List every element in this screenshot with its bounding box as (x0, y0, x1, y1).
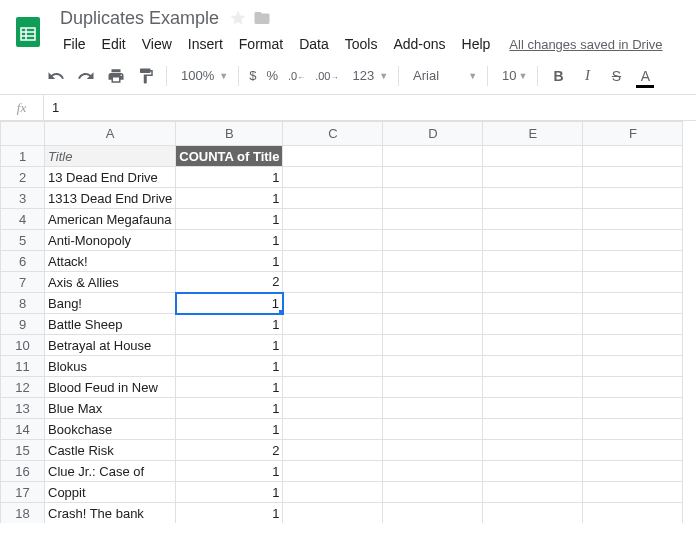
zoom-dropdown[interactable]: 100%▼ (173, 63, 232, 89)
menu-help[interactable]: Help (455, 33, 498, 55)
cell[interactable] (483, 146, 583, 167)
strikethrough-button[interactable]: S (602, 62, 630, 90)
cell[interactable] (583, 209, 683, 230)
cell[interactable] (283, 461, 383, 482)
cell[interactable] (483, 440, 583, 461)
cell-title[interactable]: Battle Sheep (45, 314, 176, 335)
cell[interactable] (483, 398, 583, 419)
cell[interactable] (383, 335, 483, 356)
cell[interactable] (283, 377, 383, 398)
menu-edit[interactable]: Edit (95, 33, 133, 55)
cell[interactable] (583, 188, 683, 209)
menu-file[interactable]: File (56, 33, 93, 55)
cell[interactable] (283, 293, 383, 314)
cell[interactable] (383, 188, 483, 209)
cell[interactable] (583, 356, 683, 377)
menu-format[interactable]: Format (232, 33, 290, 55)
cell[interactable] (583, 335, 683, 356)
cell[interactable] (483, 272, 583, 293)
number-format-dropdown[interactable]: 123▼ (344, 63, 392, 89)
cell-title[interactable]: Castle Risk (45, 440, 176, 461)
cell-title[interactable]: Betrayal at House (45, 335, 176, 356)
row-header[interactable]: 2 (1, 167, 45, 188)
cell-title[interactable]: 13 Dead End Drive (45, 167, 176, 188)
cell[interactable] (583, 440, 683, 461)
cell[interactable] (583, 482, 683, 503)
cell[interactable] (283, 272, 383, 293)
row-header[interactable]: 14 (1, 419, 45, 440)
folder-icon[interactable] (253, 9, 271, 27)
cell-title[interactable]: Bookchase (45, 419, 176, 440)
cell-count[interactable]: 1 (176, 335, 283, 356)
cell-title[interactable]: Attack! (45, 251, 176, 272)
cell[interactable] (283, 482, 383, 503)
cell[interactable] (283, 167, 383, 188)
menu-data[interactable]: Data (292, 33, 336, 55)
cell[interactable] (283, 419, 383, 440)
cell[interactable] (383, 461, 483, 482)
cell[interactable] (583, 230, 683, 251)
row-header[interactable]: 10 (1, 335, 45, 356)
cell[interactable] (583, 377, 683, 398)
row-header[interactable]: 5 (1, 230, 45, 251)
cell[interactable] (483, 314, 583, 335)
cell[interactable] (483, 209, 583, 230)
row-header[interactable]: 12 (1, 377, 45, 398)
cell[interactable] (383, 482, 483, 503)
cell[interactable] (283, 230, 383, 251)
cell[interactable] (283, 356, 383, 377)
cell[interactable] (583, 272, 683, 293)
fill-handle[interactable] (279, 310, 283, 314)
column-header-a[interactable]: A (45, 122, 176, 146)
cell[interactable] (383, 230, 483, 251)
cell[interactable] (483, 356, 583, 377)
text-color-button[interactable]: A (631, 62, 659, 90)
menu-addons[interactable]: Add-ons (386, 33, 452, 55)
formula-input[interactable] (44, 95, 696, 120)
cell[interactable] (483, 482, 583, 503)
undo-button[interactable] (42, 62, 70, 90)
cell[interactable] (583, 251, 683, 272)
cell[interactable] (383, 398, 483, 419)
cell[interactable] (383, 167, 483, 188)
cell-count[interactable]: 1 (176, 398, 283, 419)
increase-decimal-button[interactable]: .00→ (311, 70, 342, 82)
cell-title[interactable]: Crash! The bank (45, 503, 176, 524)
row-header[interactable]: 8 (1, 293, 45, 314)
cell[interactable] (483, 167, 583, 188)
cell[interactable] (383, 356, 483, 377)
cell[interactable] (583, 167, 683, 188)
header-cell-title[interactable]: Title (45, 146, 176, 167)
corner-cell[interactable] (1, 122, 45, 146)
cell[interactable] (383, 314, 483, 335)
row-header[interactable]: 18 (1, 503, 45, 524)
cell-count[interactable]: 1 (176, 503, 283, 524)
column-header-e[interactable]: E (483, 122, 583, 146)
column-header-c[interactable]: C (283, 122, 383, 146)
cell-title[interactable]: Bang! (45, 293, 176, 314)
cell[interactable] (383, 377, 483, 398)
cell[interactable] (283, 146, 383, 167)
star-icon[interactable] (229, 9, 247, 27)
column-header-b[interactable]: B (176, 122, 283, 146)
cell[interactable] (383, 251, 483, 272)
cell-count[interactable]: 1 (176, 293, 283, 314)
menu-view[interactable]: View (135, 33, 179, 55)
cell[interactable] (283, 251, 383, 272)
print-button[interactable] (102, 62, 130, 90)
cell[interactable] (383, 503, 483, 524)
row-header[interactable]: 11 (1, 356, 45, 377)
cell[interactable] (483, 188, 583, 209)
cell-title[interactable]: 1313 Dead End Drive (45, 188, 176, 209)
cell[interactable] (483, 461, 583, 482)
cell[interactable] (283, 188, 383, 209)
cell[interactable] (583, 461, 683, 482)
cell-title[interactable]: Blue Max (45, 398, 176, 419)
cell[interactable] (283, 314, 383, 335)
cell-count[interactable]: 1 (176, 419, 283, 440)
row-header[interactable]: 15 (1, 440, 45, 461)
cell[interactable] (483, 293, 583, 314)
sheets-logo-icon[interactable] (8, 12, 48, 52)
cell[interactable] (383, 293, 483, 314)
cell-count[interactable]: 1 (176, 461, 283, 482)
